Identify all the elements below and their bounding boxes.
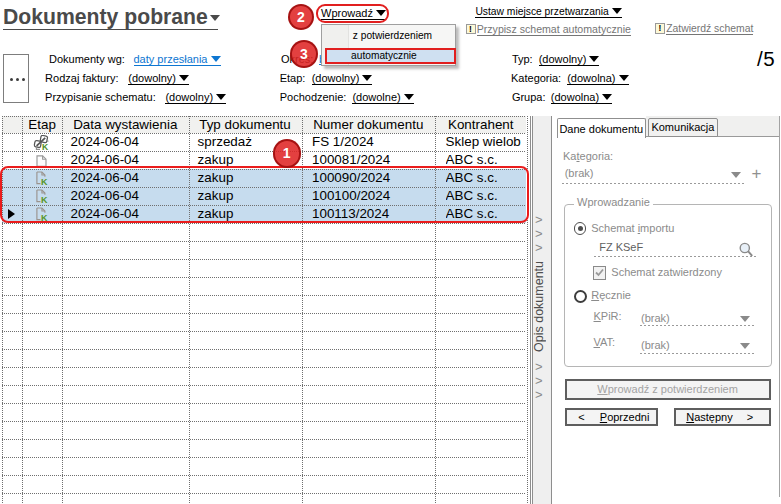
svg-text:K: K (42, 142, 49, 151)
